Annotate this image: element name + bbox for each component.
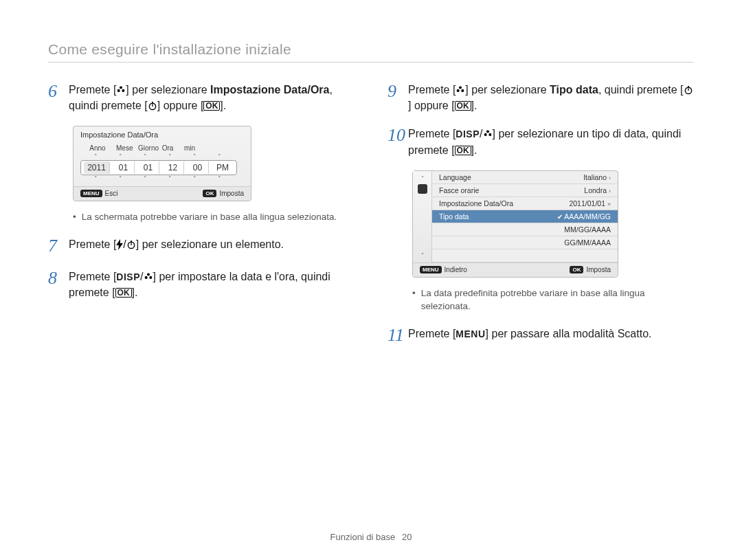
note-text: La schermata potrebbe variare in base al…: [82, 211, 337, 224]
chevron-right-icon: ›: [609, 188, 611, 194]
label: Language: [439, 173, 471, 181]
svg-point-25: [486, 133, 488, 135]
fig-list: Language Italiano› Fasce orarie Londra› …: [432, 171, 618, 262]
hdr: min: [182, 144, 197, 152]
text: ] per selezionare un elemento.: [136, 238, 284, 250]
disp-label: DISP: [456, 128, 480, 139]
timer-icon: [126, 238, 136, 247]
svg-point-1: [117, 89, 120, 92]
footer-page: 20: [402, 532, 412, 542]
text: ].: [220, 100, 226, 111]
label: Fasce orarie: [439, 186, 479, 194]
val: 12: [162, 161, 184, 174]
step-10: 10 Premete [DISP/] per selezionare un ti…: [387, 126, 694, 157]
step-text: Premete [DISP/] per selezionare un tipo …: [408, 126, 694, 157]
val-text: Londra: [584, 186, 607, 194]
macro-icon: [144, 270, 153, 280]
text: ].: [471, 144, 477, 156]
text: ] per passare alla modalità Scatto.: [486, 328, 652, 339]
datetime-screen-figure: Impostazione Data/Ora Anno Mese Giorno O…: [73, 126, 251, 201]
svg-marker-7: [116, 239, 123, 250]
text: Premete [: [69, 238, 116, 250]
ok-icon: OK: [455, 101, 471, 111]
page-footer: Funzioni di base 20: [0, 532, 742, 542]
note-right: • La data predefinita potrebbe variare i…: [412, 287, 694, 313]
step-number: 10: [387, 126, 408, 157]
label: Indietro: [445, 266, 467, 273]
val: 01: [113, 161, 135, 174]
pill: OK: [203, 190, 216, 197]
text: ] oppure [: [408, 100, 455, 111]
text: Premete [: [408, 328, 456, 339]
label: Imposta: [586, 266, 611, 273]
val-text: Italiano: [583, 173, 607, 181]
text: ] per selezionare: [465, 84, 550, 96]
label: Esci: [105, 190, 118, 197]
arrows-down: ˅˅˅˅˅˅: [80, 175, 244, 182]
text: ].: [471, 100, 477, 111]
value: MM/GG/AAAA: [564, 225, 611, 234]
page-title: Come eseguire l'installazione iniziale: [48, 41, 694, 63]
step-text: Premete [] per selezionare Tipo data, qu…: [408, 82, 694, 113]
svg-point-22: [486, 131, 488, 133]
svg-point-16: [457, 89, 460, 92]
val: 00: [187, 161, 209, 174]
text: Premete [: [408, 84, 456, 96]
text: Premete [: [69, 271, 116, 282]
timer-icon: [148, 99, 157, 109]
svg-point-23: [484, 133, 486, 136]
hdr: Giorno: [138, 144, 153, 152]
text: ] oppure [: [157, 100, 204, 111]
date-type-screen-figure: ˄ ˅ Language Italiano› Fasce orarie Lond…: [412, 170, 618, 278]
step-number: 9: [387, 82, 408, 113]
macro-icon: [456, 83, 465, 93]
ok-icon: OK: [115, 288, 132, 298]
svg-point-13: [149, 276, 152, 279]
value: Londra›: [584, 186, 611, 194]
step-number: 11: [387, 326, 408, 346]
left-column: 6 Premete [] per selezionare Impostazion…: [48, 82, 355, 357]
gear-icon: [418, 184, 427, 194]
text: Premete [: [408, 128, 456, 139]
svg-point-0: [120, 86, 122, 89]
svg-point-15: [459, 86, 462, 89]
hdr: Mese: [116, 144, 131, 152]
value-row: 2011 01 01 12 00 PM: [80, 160, 237, 175]
step-number: 6: [48, 82, 69, 113]
val: 2011: [84, 161, 110, 174]
step-11: 11 Premete [MENU] per passare alla modal…: [387, 326, 694, 346]
foot-left: MENUIndietro: [420, 266, 467, 273]
step-8: 8 Premete [DISP/] per impostare la data …: [48, 269, 355, 300]
svg-point-12: [144, 276, 147, 279]
foot-right: OKImposta: [570, 266, 611, 273]
svg-rect-20: [688, 86, 689, 87]
svg-point-3: [120, 89, 122, 91]
pill: MENU: [420, 266, 442, 273]
val-text: 2011/01/01: [569, 199, 605, 208]
svg-point-2: [122, 89, 125, 92]
val: PM: [212, 161, 234, 174]
fig-headers: Anno Mese Giorno Ora min: [74, 140, 251, 152]
bullet-dot: •: [73, 211, 76, 224]
label: Impostazione Data/Ora: [439, 199, 513, 208]
text: Premete [: [69, 84, 116, 96]
list-row-empty: [432, 249, 618, 262]
label: Tipo data: [439, 212, 469, 221]
list-row: GG/MM/AAAA: [432, 236, 618, 249]
ok-icon: OK: [455, 146, 471, 155]
val: 01: [137, 161, 159, 174]
pill: OK: [570, 266, 583, 273]
content-columns: 6 Premete [] per selezionare Impostazion…: [48, 82, 694, 357]
value: 2011/01/01»: [569, 199, 611, 208]
step-text: Premete [DISP/] per impostare la data e …: [69, 269, 355, 300]
ok-icon: OK: [203, 101, 220, 111]
hdr: Anno: [86, 144, 109, 152]
bold-text: Impostazione Data/Ora: [210, 84, 329, 96]
svg-rect-5: [152, 102, 153, 103]
step-text: Premete [/] per selezionare un elemento.: [69, 236, 284, 256]
chevron-right-icon: ›: [609, 175, 611, 181]
note-left: • La schermata potrebbe variare in base …: [73, 211, 355, 224]
hdr: Ora: [160, 144, 175, 152]
list-row: Fasce orarie Londra›: [432, 184, 618, 197]
list-row: Language Italiano›: [432, 171, 618, 184]
